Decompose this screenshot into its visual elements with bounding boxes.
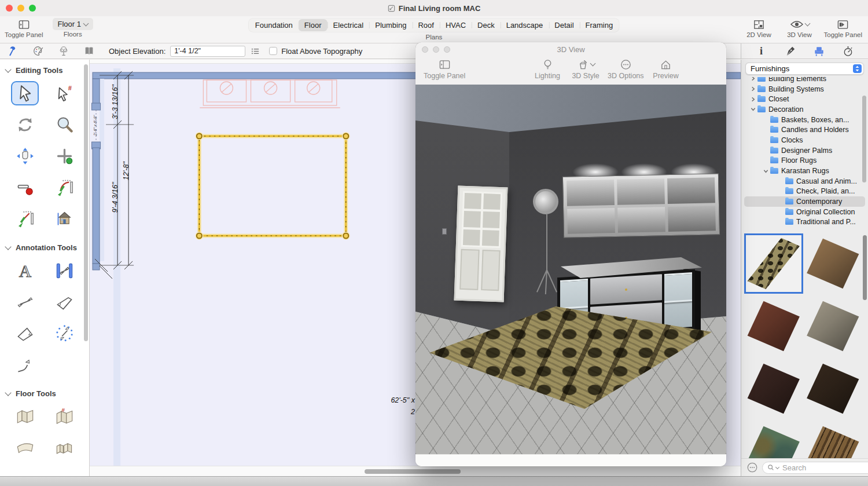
tree-item-baskets-boxes-an[interactable]: Baskets, Boxes, an... <box>741 115 868 125</box>
tree-item-clocks[interactable]: Clocks <box>741 135 868 145</box>
delete-object-tool[interactable] <box>11 175 39 199</box>
tab-framing[interactable]: Framing <box>580 19 619 31</box>
rug-striped-brown-thumb[interactable] <box>805 422 862 458</box>
preview-button[interactable]: Preview <box>650 57 682 80</box>
palette-mode-button[interactable] <box>25 45 51 57</box>
rug-thumbnail-image <box>805 425 860 458</box>
tab-electrical[interactable]: Electrical <box>327 19 369 31</box>
tree-item-building-systems[interactable]: Building Systems <box>741 84 868 94</box>
tree-item-karastan-rugs[interactable]: Karastan Rugs <box>741 166 868 176</box>
minimize-button[interactable] <box>433 46 439 53</box>
floor-curve-tool[interactable] <box>11 436 39 460</box>
fillet-corner-tool[interactable] <box>50 175 78 199</box>
tree-item-floor-rugs[interactable]: Floor Rugs <box>741 156 868 166</box>
tab-plumbing[interactable]: Plumbing <box>369 19 412 31</box>
lighting-button[interactable]: Lighting <box>531 57 564 80</box>
rug-green-mottled-thumb[interactable] <box>745 422 802 458</box>
tab-roof[interactable]: Roof <box>412 19 439 31</box>
scrollbar-thumb[interactable] <box>365 469 461 474</box>
chair-panel-tab[interactable] <box>813 45 825 57</box>
tree-item-closet[interactable]: Closet <box>741 94 868 104</box>
tab-floor[interactable]: Floor <box>299 19 328 31</box>
rug-brown-thumb[interactable] <box>805 235 862 293</box>
tree-item-decoration[interactable]: Decoration <box>741 104 868 115</box>
tree-item-contemporary[interactable]: Contemporary <box>744 196 865 207</box>
tree-item-casual-and-anim[interactable]: Casual and Anim... <box>741 176 868 187</box>
zoom-button[interactable] <box>444 46 450 53</box>
floor-selector-button[interactable]: Floor 1 <box>53 18 93 30</box>
rug-dark-red-thumb[interactable] <box>745 297 802 355</box>
zoom-button[interactable] <box>29 5 36 12</box>
angular-dimension-tool[interactable] <box>50 321 78 345</box>
tab-hvac[interactable]: HVAC <box>440 19 472 31</box>
hammer-mode-button[interactable] <box>0 45 25 57</box>
toggle-panel-button[interactable]: Toggle Panel <box>824 18 863 38</box>
text-tool[interactable]: A <box>11 258 39 283</box>
rug-khaki-pattern-thumb[interactable] <box>745 235 802 293</box>
3d-window-titlebar[interactable]: 3D View <box>415 42 726 56</box>
list-icon[interactable] <box>251 47 260 56</box>
manual-dimension-tool[interactable] <box>11 290 39 314</box>
3d-style-button[interactable]: 3D Style <box>569 57 602 80</box>
minimize-button[interactable] <box>17 5 24 12</box>
floor-reference-tool[interactable]: # <box>50 404 78 429</box>
library-category-select[interactable]: Furnishings <box>745 63 864 75</box>
pen-panel-tab[interactable] <box>784 45 796 57</box>
search-field[interactable] <box>762 462 868 474</box>
3d-viewport[interactable] <box>415 85 726 454</box>
rug-dark-maroon-thumb[interactable] <box>745 360 802 418</box>
select-tool[interactable] <box>11 81 39 105</box>
tab-detail[interactable]: Detail <box>549 19 579 31</box>
tree-item-building-elements[interactable]: Building Elements <box>741 77 868 84</box>
tree-mode-button[interactable] <box>51 45 76 57</box>
selection-handles[interactable] <box>195 132 350 240</box>
floor-pair-tool[interactable] <box>50 436 78 460</box>
3d-view-button[interactable]: 3D View <box>784 18 816 38</box>
palette-section-floor-tools[interactable]: Floor Tools <box>0 386 89 400</box>
floor-selector[interactable]: Floor 1 Floors <box>53 18 93 38</box>
tab-landscape[interactable]: Landscape <box>501 19 549 31</box>
toggle-panel-left-button[interactable]: Toggle Panel <box>5 18 43 38</box>
tab-foundation[interactable]: Foundation <box>249 19 299 31</box>
tree-scrollbar[interactable] <box>862 96 866 182</box>
palette-scrollbar[interactable] <box>84 64 88 341</box>
point-to-point-dimension-tool[interactable] <box>11 321 39 345</box>
3d-options-button[interactable]: 3D Options <box>608 57 644 80</box>
thumbnails-scrollbar[interactable] <box>863 235 867 300</box>
interior-dimension-tool[interactable] <box>50 258 78 283</box>
palette-section-annotation-tools[interactable]: Annotation Tools <box>0 240 89 254</box>
pan-tool[interactable] <box>11 144 39 168</box>
add-object-tool[interactable] <box>50 144 78 168</box>
end-to-end-dimension-tool[interactable] <box>50 290 78 314</box>
tree-item-traditional-and-p[interactable]: Traditional and P... <box>741 217 868 228</box>
rug-gray-tan-thumb[interactable] <box>805 297 862 355</box>
tree-item-check-plaid-an[interactable]: Check, Plaid, an... <box>741 187 868 197</box>
reference-display-tool[interactable] <box>50 206 78 231</box>
rug-dark-brown-thumb[interactable] <box>805 360 862 418</box>
3d-view-window[interactable]: 3D View Toggle Panel Lighting3D Style3D … <box>415 42 726 466</box>
zoom-tool[interactable] <box>50 112 78 137</box>
float-above-topography-checkbox[interactable] <box>269 47 277 55</box>
tree-item-candles-and-holders[interactable]: Candles and Holders <box>741 125 868 135</box>
close-button[interactable] <box>422 46 428 53</box>
palette-section-editing-tools[interactable]: Editing Tools <box>0 63 89 76</box>
tab-deck[interactable]: Deck <box>472 19 501 31</box>
search-input[interactable] <box>781 463 868 473</box>
selected-rug-outline[interactable] <box>195 132 350 240</box>
rotate-tool[interactable] <box>11 112 39 137</box>
toggle-panel-button[interactable]: Toggle Panel <box>424 57 465 80</box>
2d-view-button[interactable]: 2D View <box>743 18 775 38</box>
book-mode-button[interactable] <box>76 45 102 57</box>
chamfer-corner-tool[interactable] <box>11 206 39 231</box>
ellipsis-circle-icon[interactable] <box>746 462 758 473</box>
select-similar-tool[interactable]: # <box>50 81 78 105</box>
floor-plan-tool[interactable] <box>11 404 39 429</box>
leader-line-tool[interactable] <box>11 352 39 377</box>
tree-item-original-collection[interactable]: Original Collection <box>741 207 868 217</box>
info-panel-tab[interactable]: i <box>755 45 767 57</box>
close-button[interactable] <box>6 5 13 12</box>
stopwatch-panel-tab[interactable] <box>842 45 854 57</box>
tree-item-designer-palms[interactable]: Designer Palms <box>741 145 868 156</box>
canvas-horizontal-scrollbar[interactable] <box>90 466 741 476</box>
object-elevation-input[interactable] <box>170 46 245 57</box>
